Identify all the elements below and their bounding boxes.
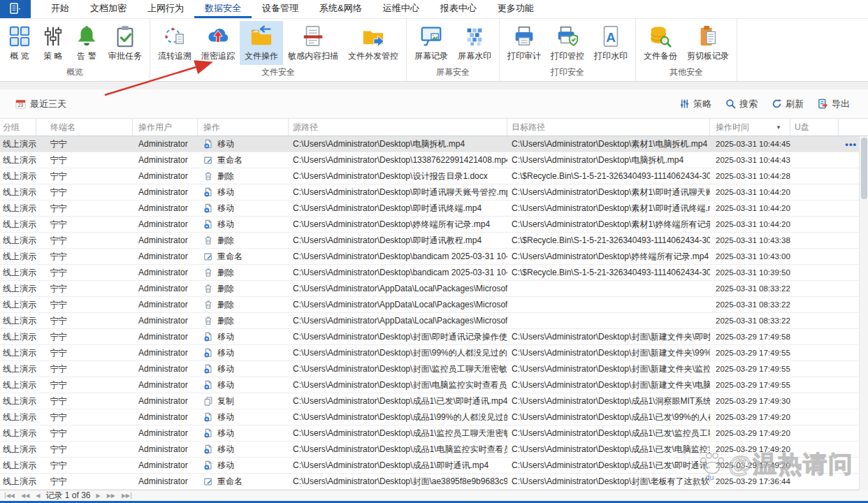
toolbar-button-刷新[interactable]: 刷新 (772, 98, 804, 110)
operation-cell: 重命名 (198, 249, 289, 264)
table-row[interactable]: 线上演示宁宁Administrator删除C:\Users\Administra… (0, 233, 868, 249)
time-cell: 2025-03-31 10:43:00 (710, 249, 790, 264)
row-more-button[interactable]: ••• (845, 136, 857, 152)
vertical-scrollbar[interactable] (859, 136, 868, 490)
table-row[interactable]: 线上演示宁宁Administrator重命名C:\Users\Administr… (0, 249, 868, 265)
sliders-small-icon (679, 99, 690, 109)
ribbon-button-文件操作[interactable]: 文件操作 (240, 21, 283, 65)
table-row[interactable]: 线上演示宁宁Administrator移动C:\Users\Administra… (0, 184, 868, 201)
table-row[interactable]: 线上演示宁宁Administrator删除C:\Users\Administra… (0, 265, 868, 281)
table-row[interactable]: 线上演示宁宁Administrator移动C:\Users\Administra… (0, 458, 868, 474)
column-header-操作用户[interactable]: 操作用户 (133, 119, 198, 136)
table-row[interactable]: 线上演示宁宁Administrator移动C:\Users\Administra… (0, 329, 868, 345)
usb-cell (790, 313, 839, 328)
toolbar-button-label: 搜索 (739, 98, 758, 110)
group-cell: 线上演示 (0, 217, 36, 232)
toolbar-button-搜索[interactable]: 搜索 (725, 98, 758, 110)
table-row[interactable]: 线上演示宁宁Administrator移动C:\Users\Administra… (0, 442, 868, 458)
source-path-cell: C:\Users\Administrator\Desktop\成品1\电脑监控实… (289, 442, 507, 457)
table-row[interactable]: 线上演示宁宁Administrator移动C:\Users\Administra… (0, 377, 868, 393)
table-row[interactable]: 线上演示宁宁Administrator删除C:\Users\Administra… (0, 281, 868, 297)
approval-clipboard-icon (113, 24, 137, 48)
menu-item-运维中心[interactable]: 运维中心 (372, 0, 430, 18)
ribbon-button-label: 打印管控 (551, 50, 584, 62)
ribbon-button-打印管控[interactable]: 打印管控 (546, 21, 589, 65)
menu-item-设备管理[interactable]: 设备管理 (252, 0, 309, 18)
record-nav-button[interactable]: ◀◀ (21, 493, 29, 499)
group-cell: 线上演示 (0, 409, 36, 425)
ribbon-button-审批任务[interactable]: 审批任务 (103, 21, 147, 65)
date-range-filter-button[interactable]: 最近三天 (15, 98, 66, 110)
menu-item-开始[interactable]: 开始 (41, 0, 80, 18)
table-row[interactable]: 线上演示宁宁Administrator移动C:\Users\Administra… (0, 361, 868, 377)
date-range-label: 最近三天 (30, 98, 66, 110)
record-nav-button[interactable]: |◀◀ (4, 493, 15, 499)
table-row[interactable]: 线上演示宁宁Administrator删除C:\Users\Administra… (0, 297, 868, 313)
menu-item-文档加密[interactable]: 文档加密 (80, 0, 137, 18)
group-cell: 线上演示 (0, 201, 36, 216)
record-nav-button[interactable]: ▶ (96, 493, 101, 499)
record-nav-button[interactable]: ◀ (36, 493, 40, 499)
ribbon-button-文件外发管控[interactable]: 文件外发管控 (343, 21, 403, 65)
group-cell: 线上演示 (0, 377, 36, 393)
column-header-终端名[interactable]: 终端名 (36, 119, 133, 136)
ribbon-button-屏幕记录[interactable]: 屏幕记录 (410, 21, 453, 65)
ribbon-button-剪切板记录[interactable]: 剪切板记录 (682, 21, 734, 65)
group-cell: 线上演示 (0, 345, 36, 360)
record-nav-button[interactable]: ▶▶| (122, 493, 132, 499)
ribbon-button-敏感内容扫描[interactable]: 敏感内容扫描 (283, 21, 343, 65)
table-row[interactable]: 线上演示宁宁Administrator移动C:\Users\Administra… (0, 345, 868, 361)
group-cell: 线上演示 (0, 458, 36, 473)
move-operation-icon (203, 219, 213, 229)
app-menu-button[interactable] (0, 0, 31, 18)
terminal-cell: 宁宁 (36, 233, 133, 248)
ribbon-button-告警[interactable]: 告 警 (70, 21, 103, 65)
scrollbar-thumb[interactable] (861, 138, 867, 199)
ribbon-button-打印水印[interactable]: 打印水印 (589, 21, 632, 65)
table-row[interactable]: 线上演示宁宁Administrator删除C:\Users\Administra… (0, 313, 868, 329)
operation-label: 移动 (217, 347, 234, 359)
table-row[interactable]: 线上演示宁宁Administrator移动C:\Users\Administra… (0, 425, 868, 442)
time-cell: 2025-03-31 08:33:22 (710, 297, 790, 312)
table-row[interactable]: 线上演示宁宁Administrator移动C:\Users\Administra… (0, 409, 868, 425)
table-row[interactable]: 线上演示宁宁Administrator移动C:\Users\Administra… (0, 136, 868, 152)
rename-operation-icon (203, 476, 213, 486)
toolbar-button-导出[interactable]: 导出 (818, 98, 850, 110)
move-operation-icon (203, 187, 213, 197)
table-row[interactable]: 线上演示宁宁Administrator重命名C:\Users\Administr… (0, 474, 868, 490)
column-header-U盘[interactable]: U盘 (790, 119, 839, 136)
ribbon-button-文件备份[interactable]: 文件备份 (639, 21, 682, 65)
ribbon-group-label: 文件安全 (153, 65, 403, 82)
menu-item-数据安全[interactable]: 数据安全 (194, 0, 252, 18)
ribbon-button-屏幕水印[interactable]: 屏幕水印 (453, 21, 496, 65)
table-row[interactable]: 线上演示宁宁Administrator重命名C:\Users\Administr… (0, 152, 868, 168)
toolbar-button-策略[interactable]: 策略 (679, 98, 711, 110)
user-cell: Administrator (133, 184, 198, 200)
ribbon-button-泄密追踪[interactable]: 泄密追踪 (196, 21, 240, 65)
table-row[interactable]: 线上演示宁宁Administrator复制C:\Users\Administra… (0, 393, 868, 409)
record-nav-button[interactable]: ▶▶ (107, 493, 115, 499)
table-row[interactable]: 线上演示宁宁Administrator移动C:\Users\Administra… (0, 217, 868, 233)
menu-item-报表中心[interactable]: 报表中心 (430, 0, 487, 18)
time-cell: 2025-03-31 10:44:20 (710, 201, 790, 216)
menu-item-上网行为[interactable]: 上网行为 (137, 0, 194, 18)
ribbon-button-策略[interactable]: 策 略 (36, 21, 70, 65)
menu-item-系统&网络[interactable]: 系统&网络 (309, 0, 372, 18)
ribbon-button-label: 屏幕记录 (414, 50, 448, 62)
ribbon-button-流转追溯[interactable]: 流转追溯 (153, 21, 196, 65)
column-header-目标路径[interactable]: 目标路径 (507, 119, 710, 136)
ribbon-button-打印审计[interactable]: 打印审计 (502, 21, 546, 65)
user-cell: Administrator (133, 458, 198, 473)
ribbon-button-概览[interactable]: 概 览 (3, 21, 36, 65)
column-header-操作时间[interactable]: 操作时间▼ (710, 119, 790, 136)
target-path-cell: C:\$Recycle.Bin\S-1-5-21-326340493-11140… (507, 233, 710, 248)
table-row[interactable]: 线上演示宁宁Administrator删除C:\Users\Administra… (0, 168, 868, 184)
column-header-源路径[interactable]: 源路径 (289, 119, 507, 136)
column-header-操作[interactable]: 操作 (198, 119, 289, 136)
table-row[interactable]: 线上演示宁宁Administrator移动C:\Users\Administra… (0, 201, 868, 217)
column-header-分组[interactable]: 分组 (0, 119, 36, 136)
menu-item-更多功能[interactable]: 更多功能 (487, 0, 544, 18)
column-header-label: 终端名 (50, 122, 75, 133)
move-operation-icon (203, 428, 213, 438)
operation-cell: 删除 (198, 297, 289, 312)
